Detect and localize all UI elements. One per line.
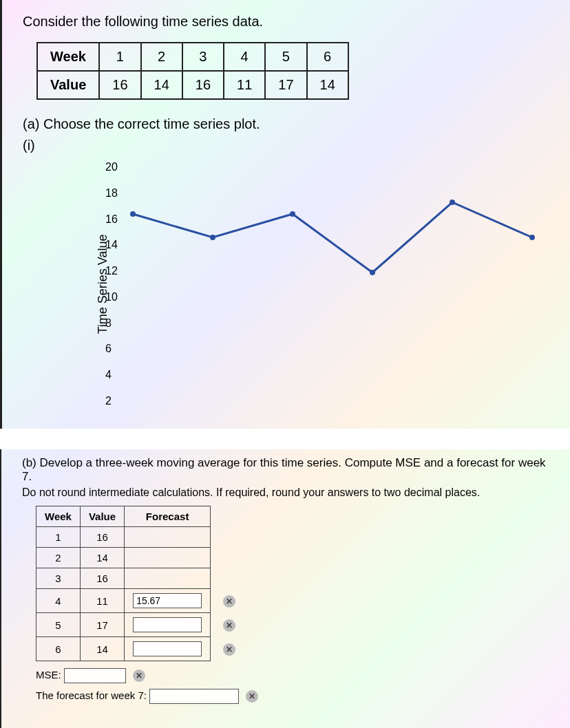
value-cell: 11	[80, 589, 124, 613]
value-cell: 16	[80, 568, 124, 589]
data-point	[370, 270, 375, 275]
forecast-cell	[125, 548, 211, 568]
value-cell: 16	[80, 527, 124, 548]
week-cell: 5	[265, 43, 306, 71]
forecast-cell	[125, 527, 211, 548]
data-point	[130, 211, 136, 217]
week-cell: 5	[36, 613, 81, 637]
forecast-cell	[125, 613, 211, 637]
data-point	[529, 235, 535, 240]
time-series-plot: Time Series Value 2018161412108642	[98, 160, 529, 408]
col-header-forecast: Forecast	[125, 506, 211, 527]
mse-label: MSE:	[36, 669, 61, 681]
week-cell: 1	[99, 43, 140, 71]
col-header-week: Week	[36, 506, 81, 527]
table-row: 614✕	[36, 637, 244, 661]
chart-svg	[98, 160, 539, 408]
week-cell: 6	[36, 637, 81, 661]
forecast-input[interactable]	[133, 593, 202, 608]
value-cell: 14	[80, 548, 124, 568]
week-cell: 1	[36, 527, 81, 548]
data-point	[210, 235, 215, 240]
week-cell: 2	[141, 43, 182, 71]
value-cell: 17	[265, 71, 306, 99]
forecast-cell	[125, 589, 211, 613]
week7-label: The forecast for week 7:	[36, 689, 147, 701]
row-label-value: Value	[37, 71, 99, 99]
col-header-value: Value	[80, 506, 124, 527]
clear-icon[interactable]: ✕	[246, 690, 258, 703]
problem-prompt: Consider the following time series data.	[23, 14, 549, 30]
week-cell: 2	[36, 548, 81, 568]
week-cell: 4	[36, 589, 81, 613]
value-cell: 17	[80, 613, 124, 637]
option-label: (i)	[23, 138, 549, 153]
data-point	[450, 200, 455, 205]
week-cell: 6	[307, 43, 348, 71]
clear-icon[interactable]: ✕	[133, 670, 145, 682]
week-cell: 3	[182, 43, 224, 71]
value-cell: 11	[224, 71, 265, 99]
clear-icon[interactable]: ✕	[223, 643, 235, 656]
series-line	[133, 202, 532, 272]
forecast-input[interactable]	[133, 641, 202, 656]
table-row: 214	[36, 548, 244, 568]
forecast-cell	[125, 637, 211, 661]
clear-icon[interactable]: ✕	[223, 595, 235, 608]
value-cell: 14	[80, 637, 124, 661]
clear-icon[interactable]: ✕	[223, 619, 235, 632]
data-point	[290, 211, 295, 217]
mse-input[interactable]	[64, 668, 126, 683]
value-cell: 16	[99, 71, 140, 99]
part-b-instruction: (b) Develop a three-week moving average …	[22, 456, 549, 499]
data-table: Week 1 2 3 4 5 6 Value 16 14 16 11 17 14	[36, 42, 349, 100]
value-cell: 16	[182, 71, 224, 99]
forecast-table: Week Value Forecast 116214316411✕517✕614…	[36, 506, 244, 661]
row-label-week: Week	[37, 43, 99, 71]
forecast-input[interactable]	[133, 617, 202, 632]
value-cell: 14	[141, 71, 182, 99]
value-cell: 14	[307, 71, 348, 99]
table-row: 116	[36, 527, 244, 548]
table-row: 316	[36, 568, 244, 589]
table-row: 517✕	[36, 613, 244, 637]
part-a-instruction: (a) Choose the correct time series plot.	[23, 116, 549, 132]
week-cell: 3	[36, 568, 81, 589]
table-row: 411✕	[36, 589, 244, 613]
forecast-cell	[125, 568, 211, 589]
week-cell: 4	[224, 43, 265, 71]
week7-forecast-input[interactable]	[149, 689, 239, 704]
